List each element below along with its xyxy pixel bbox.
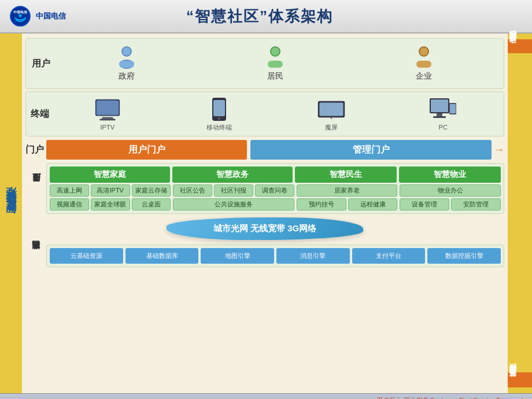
network-cloud: 城市光网 无线宽带 3G网络 (167, 217, 363, 240)
infra-database: 基础数据库 (125, 248, 199, 263)
svg-rect-9 (268, 61, 283, 68)
users-label: 用户 (32, 58, 53, 70)
svg-point-22 (330, 117, 332, 119)
gov-item-notice: 社区公告 (173, 184, 212, 197)
infra-map: 地图引擎 (201, 248, 274, 263)
resident-icon (263, 46, 288, 69)
right-top-label: 政府信息接口 (508, 43, 518, 50)
mgmt-portal-bar: 管理门户 (250, 140, 492, 160)
infrastructure-section: 基础资源 云基础资源 基础数据库 地图引擎 消息引擎 支付平台 数据挖掘引擎 (25, 245, 504, 267)
user-portal-bar: 用户门户 (46, 140, 247, 160)
phone-icon (205, 97, 234, 122)
infra-message: 消息引擎 (276, 248, 350, 263)
terminal-mobile: 移动终端 (205, 97, 234, 132)
logo-area: 中国电信 中国电信 (9, 5, 66, 27)
terminals-label: 终端 (31, 108, 51, 120)
prop-item-device: 设备管理 (400, 198, 449, 210)
svg-rect-21 (319, 102, 343, 116)
gov-row2: 公共设施服务 (173, 198, 294, 210)
terminals-items: IPTV 移动终端 (51, 97, 499, 132)
home-item-iptv: 高清IPTV (91, 184, 130, 197)
home-item-desktop: 云桌面 (132, 198, 171, 210)
applications-section: 应用服务 智慧家庭 智慧政务 智慧民生 智慧物业 高速上网 高清IPTV 家庭云… (25, 163, 504, 214)
center-content: 用户 政府 (22, 34, 508, 393)
gov-item-facilities: 公共设施服务 (173, 198, 294, 210)
app-row2: 视频通信 家庭全球眼 云桌面 公共设施服务 预约挂号 远程健康 (50, 198, 501, 210)
app-row1: 高速上网 高清IPTV 家庭云存储 社区公告 社区刊报 调查问卷 居家养老 (50, 184, 501, 197)
svg-rect-24 (431, 99, 448, 112)
page-title: “智慧社区”体系架构 (186, 6, 333, 27)
home-row1: 高速上网 高清IPTV 家庭云存储 (50, 184, 171, 197)
tablet-icon (317, 97, 346, 122)
terminal-iptv: IPTV (93, 97, 122, 131)
life-item-health: 远程健康 (348, 198, 398, 210)
right-bottom-box: 第三方服务接口 (508, 372, 532, 387)
right-bottom-label: 第三方服务接口 (508, 376, 518, 384)
enterprise-label: 企业 (416, 71, 432, 82)
svg-point-19 (218, 117, 220, 120)
category-home: 智慧家庭 (50, 167, 170, 183)
government-icon (114, 46, 139, 69)
users-icons: 政府 居民 (53, 46, 498, 82)
svg-rect-25 (437, 113, 442, 116)
apps-content: 智慧家庭 智慧政务 智慧民生 智慧物业 高速上网 高清IPTV 家庭云存储 社区 (46, 163, 504, 214)
pc-icon (428, 97, 457, 123)
footer: 用户至上 用心服务 Customer First Service Foremos… (0, 393, 532, 399)
infra-mining: 数据挖掘引擎 (427, 248, 501, 263)
svg-rect-14 (97, 101, 119, 115)
tablet-label: 魔屏 (325, 123, 338, 132)
prop-row2: 设备管理 安防管理 (400, 198, 501, 210)
government-label: 政府 (119, 71, 135, 82)
footer-text: 用户至上 用心服务 Customer First Service Foremos… (375, 396, 523, 399)
home-item-storage: 家庭云存储 (132, 184, 171, 197)
svg-rect-18 (213, 100, 225, 116)
svg-rect-28 (450, 104, 456, 113)
svg-rect-12 (416, 61, 431, 68)
life-item-appointment: 预约挂号 (297, 198, 346, 210)
app-categories: 智慧家庭 智慧政务 智慧民生 智慧物业 (50, 167, 501, 183)
logo-text: 中国电信 (36, 12, 66, 21)
user-enterprise: 企业 (411, 46, 437, 82)
users-section: 用户 政府 (25, 38, 504, 89)
user-government: 政府 (114, 46, 139, 82)
svg-point-5 (123, 47, 131, 56)
terminal-pc: PC (428, 97, 457, 131)
home-row2: 视频通信 家庭全球眼 云桌面 (50, 198, 171, 210)
life-row1: 居家养老 (297, 184, 398, 197)
category-prop: 智慧物业 (399, 167, 501, 183)
mobile-label: 移动终端 (206, 123, 232, 132)
svg-point-11 (420, 47, 428, 56)
resident-label: 居民 (267, 71, 283, 82)
infra-payment: 支付平台 (352, 248, 426, 263)
pc-label: PC (439, 124, 448, 131)
category-gov: 智慧政务 (172, 167, 293, 183)
logo-icon: 中国电信 (9, 5, 31, 27)
home-item-broadband: 高速上网 (50, 184, 89, 197)
prop-item-office: 物业办公 (400, 184, 501, 197)
portal-label: 门户 (25, 144, 46, 156)
svg-point-8 (271, 47, 279, 56)
infra-items: 云基础资源 基础数据库 地图引擎 消息引擎 支付平台 数据挖掘引擎 (46, 245, 504, 267)
right-top-box: 政府信息接口 (508, 39, 532, 53)
main-content: 智慧社区建设标准 用户 政府 (0, 34, 532, 393)
prop-item-security: 安防管理 (451, 198, 501, 210)
life-row2: 预约挂号 远程健康 (297, 198, 398, 210)
gov-item-journal: 社区刊报 (214, 184, 253, 197)
left-banner-label: 智慧社区建设标准 (4, 204, 18, 223)
portal-bars: 用户门户 管理门户 (46, 140, 492, 160)
gov-item-survey: 调查问卷 (255, 184, 294, 197)
gov-row1: 社区公告 社区刊报 调查问卷 (173, 184, 294, 197)
category-life: 智慧民生 (295, 167, 397, 183)
svg-rect-16 (99, 119, 115, 120)
infra-cloud: 云基础资源 (50, 248, 123, 263)
home-item-camera: 家庭全球眼 (91, 198, 130, 210)
apps-section-label: 应用服务 (25, 163, 46, 214)
network-section: 城市光网 无线宽带 3G网络 (25, 217, 504, 240)
tv-icon (93, 97, 122, 123)
svg-point-2 (19, 14, 21, 17)
life-item-elderly: 居家养老 (297, 184, 398, 197)
user-resident: 居民 (263, 46, 288, 82)
svg-rect-6 (119, 61, 134, 68)
terminals-section: 终端 IPTV (25, 91, 504, 136)
enterprise-icon (411, 46, 437, 69)
